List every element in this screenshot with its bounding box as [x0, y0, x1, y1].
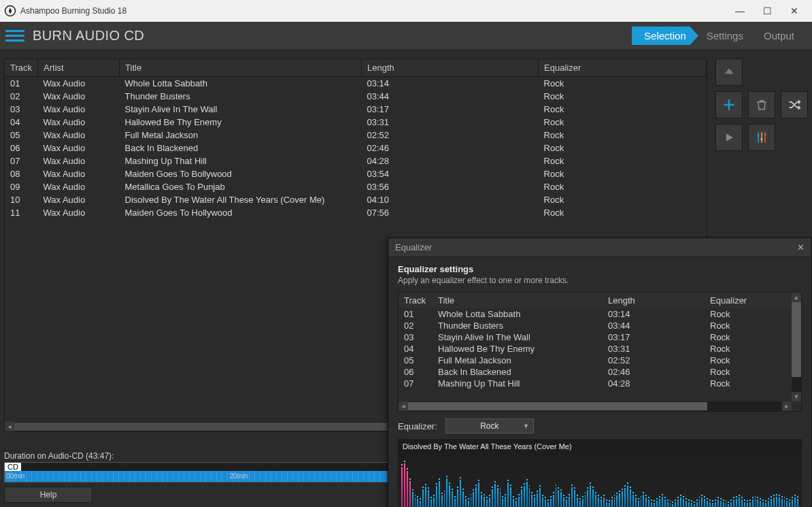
table-row[interactable]: 03Stayin Alive In The Wall03:17Rock	[399, 331, 801, 343]
cell-n: 06	[5, 142, 38, 154]
spectrum-bar	[430, 500, 432, 507]
eqcol-title[interactable]: Title	[433, 293, 603, 308]
equalizer-button[interactable]	[748, 124, 775, 151]
cell-title: Mashing Up That Hill	[433, 378, 603, 389]
chevron-down-icon: ▼	[523, 423, 529, 429]
maximize-button[interactable]: ☐	[754, 0, 781, 22]
add-button[interactable]	[715, 91, 743, 118]
spectrum-bar	[686, 501, 687, 507]
table-row[interactable]: 09Wax AudioMetallica Goes To Punjab03:56…	[5, 180, 707, 193]
spectrum-bar	[422, 489, 424, 507]
spectrum-bar	[409, 481, 411, 507]
cell-eq: Rock	[705, 320, 801, 331]
spectrum-bar	[574, 490, 575, 507]
spectrum-bar	[428, 490, 429, 507]
spectrum-bar	[757, 500, 758, 507]
spectrum-bar	[614, 497, 615, 507]
now-playing-label: Disolved By The Water All These Years (C…	[403, 442, 797, 451]
eqcol-equalizer[interactable]: Equalizer	[705, 293, 801, 308]
spectrum-bar	[587, 490, 588, 507]
col-title[interactable]: Title	[120, 59, 362, 77]
table-row[interactable]: 05Full Metal Jackson02:52Rock	[399, 355, 801, 366]
step-settings[interactable]: Settings	[694, 27, 756, 45]
cell-title: Mashing Up That Hill	[120, 154, 362, 167]
eq-preset-select[interactable]: Rock ▼	[445, 419, 534, 434]
menu-icon[interactable]	[5, 30, 24, 42]
cell-n: 03	[5, 103, 38, 116]
cell-title: Stayin Alive In The Wall	[120, 103, 362, 116]
cell-len: 02:52	[362, 129, 539, 142]
cell-title: Whole Lotta Sabbath	[433, 308, 603, 320]
spectrum-bar	[454, 499, 456, 507]
spectrum-bar	[704, 499, 705, 507]
col-track[interactable]: Track	[5, 59, 38, 77]
dialog-titlebar[interactable]: Equalizer ✕	[388, 238, 811, 257]
main-area: Track Artist Title Length Equalizer 01Wa…	[0, 50, 812, 507]
play-button[interactable]	[715, 124, 743, 151]
spectrum-bar	[412, 492, 413, 507]
spectrum-bar	[744, 502, 745, 507]
spectrum-bar	[797, 499, 798, 507]
table-row[interactable]: 06Back In Blackened02:46Rock	[399, 366, 801, 378]
eq-track-list[interactable]: Track Title Length Equalizer 01Whole Lot…	[398, 292, 802, 412]
table-row[interactable]: 08Wax AudioMaiden Goes To Bollywood03:54…	[5, 167, 707, 180]
eqcol-length[interactable]: Length	[603, 293, 705, 308]
scroll-down-icon[interactable]: ▼	[792, 392, 801, 402]
col-length[interactable]: Length	[362, 59, 539, 77]
scroll-left-icon[interactable]: ◄	[5, 422, 14, 431]
cell-len: 03:17	[362, 103, 539, 116]
cell-n: 06	[399, 366, 433, 378]
move-up-button[interactable]	[715, 59, 743, 86]
spectrum-bar	[420, 501, 421, 507]
spectrum-bar	[595, 495, 596, 507]
minimize-button[interactable]: —	[726, 0, 754, 22]
table-row[interactable]: 07Mashing Up That Hill04:28Rock	[399, 378, 801, 389]
table-row[interactable]: 10Wax AudioDisolved By The Water All The…	[5, 193, 707, 206]
spectrum-bar	[792, 500, 793, 507]
spectrum-bar	[715, 502, 716, 507]
step-selection[interactable]: Selection	[632, 27, 698, 45]
cell-eq: Rock	[705, 378, 801, 389]
cell-eq: Rock	[539, 90, 707, 103]
eq-scroll-left-icon[interactable]: ◄	[399, 402, 408, 411]
spectrum-bar	[521, 489, 522, 507]
help-button[interactable]: Help	[4, 487, 92, 503]
table-row[interactable]: 11Wax AudioMaiden Goes To Hollywood07:56…	[5, 206, 707, 219]
eq-hscrollbar[interactable]: ◄ ►	[399, 402, 792, 411]
eqcol-track[interactable]: Track	[399, 293, 433, 308]
scroll-up-icon[interactable]: ▲	[792, 293, 801, 302]
col-artist[interactable]: Artist	[38, 59, 120, 77]
table-row[interactable]: 06Wax AudioBack In Blackened02:46Rock	[5, 142, 707, 154]
table-row[interactable]: 02Wax AudioThunder Busters03:44Rock	[5, 90, 707, 103]
spectrum-bar	[439, 481, 440, 507]
cell-len: 02:46	[603, 366, 705, 378]
table-row[interactable]: 01Wax AudioWhole Lotta Sabbath03:14Rock	[5, 77, 707, 91]
cell-n: 01	[5, 77, 38, 91]
cell-eq: Rock	[705, 355, 801, 366]
table-row[interactable]: 04Wax AudioHallowed Be Thy Enemy03:31Roc…	[5, 116, 707, 129]
table-row[interactable]: 01Whole Lotta Sabbath03:14Rock	[399, 308, 801, 320]
spectrum-bar	[683, 499, 684, 507]
spectrum-bar	[779, 497, 780, 507]
spectrum-bar	[627, 485, 628, 507]
step-output[interactable]: Output	[751, 27, 807, 45]
table-row[interactable]: 05Wax AudioFull Metal Jackson02:52Rock	[5, 129, 707, 142]
spectrum-bar	[481, 495, 482, 507]
col-equalizer[interactable]: Equalizer	[539, 59, 707, 77]
cell-len: 03:17	[603, 331, 705, 343]
eq-vscrollbar[interactable]: ▲ ▼	[792, 293, 801, 402]
spectrum-bar	[556, 487, 557, 507]
table-row[interactable]: 04Hallowed Be Thy Enemy03:31Rock	[399, 343, 801, 355]
spectrum-bar	[707, 501, 708, 507]
close-button[interactable]: ✕	[781, 0, 808, 22]
eq-vscroll-thumb[interactable]	[792, 302, 801, 377]
spectrum-bar	[765, 503, 766, 507]
eq-hscroll-thumb[interactable]	[408, 402, 707, 410]
table-row[interactable]: 02Thunder Busters03:44Rock	[399, 320, 801, 331]
shuffle-button[interactable]	[781, 91, 808, 118]
delete-button[interactable]	[748, 91, 775, 118]
eq-scroll-right-icon[interactable]: ►	[782, 402, 792, 411]
table-row[interactable]: 03Wax AudioStayin Alive In The Wall03:17…	[5, 103, 707, 116]
table-row[interactable]: 07Wax AudioMashing Up That Hill04:28Rock	[5, 154, 707, 167]
dialog-close-icon[interactable]: ✕	[797, 242, 805, 252]
